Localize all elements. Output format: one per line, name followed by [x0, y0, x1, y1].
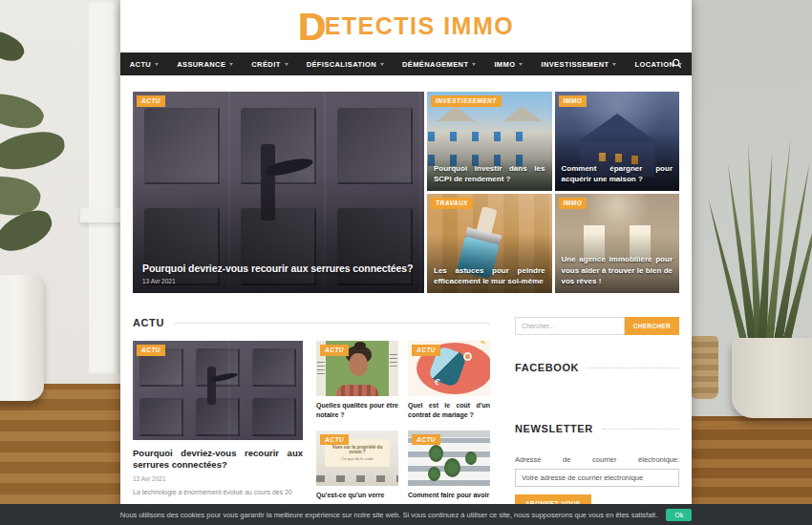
nav-item-label: CRÉDIT [251, 60, 280, 69]
article-title[interactable]: Pourquoi devriez-vous recourir aux serru… [133, 448, 303, 471]
nav-item-label: ACTU [130, 60, 151, 69]
category-badge[interactable]: IMMO [559, 95, 588, 107]
search-button[interactable]: CHERCHER [625, 317, 679, 335]
window-trim [89, 0, 120, 374]
category-badge[interactable]: INVESTISSEMENT [431, 95, 502, 107]
chevron-down-icon [472, 63, 476, 66]
mini-card-notaire[interactable]: ACTU Quelles qualités pour être notaire … [316, 341, 398, 420]
article-date: 13 Avr 2021 [133, 475, 303, 482]
category-badge[interactable]: TRAVAUX [431, 198, 473, 209]
chevron-down-icon [612, 63, 616, 66]
widget-title: FACEBOOK [515, 362, 579, 373]
hero-section: ACTU Pourquoi devriez-vous recourir aux … [133, 92, 679, 293]
search-input[interactable] [515, 317, 625, 335]
cookie-ok-button[interactable]: Ok [666, 509, 692, 521]
hero-grid: INVESTISSEMENT Pourquoi investir dans le… [427, 92, 679, 293]
mini-card-mariage[interactable]: € ACTU Quel est le coût d'un contrat de … [408, 341, 490, 420]
article-title[interactable]: Quelles qualités pour être notaire ? [316, 401, 398, 420]
article-thumbnail: Vues sur la propriété du voisin ? Ce que… [316, 430, 398, 486]
nav-item-credit[interactable]: CRÉDIT [251, 60, 288, 69]
article-excerpt: La technologie a énormément évolué au co… [133, 488, 303, 498]
widget-title: NEWSLETTER [515, 423, 593, 434]
chevron-down-icon [380, 63, 384, 66]
nav-item-demenagement[interactable]: DÉMÉNAGEMENT [402, 60, 476, 69]
hero-featured-article[interactable]: ACTU Pourquoi devriez-vous recourir aux … [133, 92, 424, 293]
category-badge[interactable]: ACTU [412, 345, 440, 356]
nav-item-label: IMMO [494, 60, 515, 69]
cookie-text: Nous utilisons des cookies pour vous gar… [120, 511, 657, 519]
hero-caption: Pourquoi devriez-vous recourir aux serru… [133, 254, 424, 293]
widget-divider [588, 368, 679, 368]
article-title[interactable]: Les astuces pour peindre efficacement le… [427, 260, 552, 293]
nav-item-investissement[interactable]: INVESTISSEMENT [541, 60, 616, 69]
category-badge[interactable]: ACTU [137, 345, 165, 356]
article-thumbnail: € ACTU [408, 341, 490, 396]
nav-item-label: INVESTISSEMENT [541, 60, 609, 69]
mini-card-verre[interactable]: Vues sur la propriété du voisin ? Ce que… [316, 430, 398, 500]
article-thumbnail: ACTU [408, 430, 490, 486]
nav-item-immo[interactable]: IMMO [494, 60, 523, 69]
plant-pot-left [0, 275, 44, 401]
nav-item-assurance[interactable]: ASSURANCE [177, 60, 233, 69]
hero-card-scpi[interactable]: INVESTISSEMENT Pourquoi investir dans le… [427, 92, 552, 191]
chevron-down-icon [285, 63, 288, 66]
article-title[interactable]: Comment épargner pour acquérir une maiso… [555, 158, 680, 191]
widget-divider [603, 429, 679, 430]
section-head: ACTU [133, 317, 490, 328]
article-thumbnail: ACTU [133, 341, 303, 440]
sidebar: CHERCHER FACEBOOK NEWSLETTER Adresse de … [515, 317, 679, 513]
category-badge[interactable]: ACTU [412, 434, 440, 446]
content-area: ACTU ACTU Pourquoi devriez-vous recourir… [133, 317, 679, 513]
category-badge[interactable]: IMMO [559, 198, 588, 209]
article-title[interactable]: Quel est le coût d'un contrat de mariage… [408, 401, 490, 420]
hero-card-peinture[interactable]: TRAVAUX Les astuces pour peindre efficac… [427, 194, 552, 293]
note-text: Ce que dit le code [341, 456, 374, 461]
article-title[interactable]: Pourquoi investir dans les SCPI de rende… [427, 158, 552, 191]
note-text: Vues sur la propriété du voisin ? [327, 445, 387, 454]
article-title[interactable]: Une agence immobilière pour vous aider à… [555, 248, 680, 293]
plant-pot-right [732, 338, 812, 418]
woven-basket [690, 336, 718, 399]
logo-text: ETECTIS IMMO [325, 12, 515, 40]
window-sill [80, 208, 120, 222]
hero-card-epargne[interactable]: IMMO Comment épargner pour acquérir une … [555, 92, 680, 191]
site-logo[interactable]: D ETECTIS IMMO [298, 10, 514, 43]
nav-item-defiscalisation[interactable]: DÉFISCALISATION [307, 60, 384, 69]
article-thumbnail: ACTU [316, 341, 398, 396]
logo-initial: D [298, 10, 324, 43]
hero-card-agence[interactable]: IMMO Une agence immobilière pour vous ai… [555, 194, 680, 293]
main-nav: ACTU ASSURANCE CRÉDIT DÉFISCALISATION DÉ… [120, 52, 692, 75]
article-date: 13 Avr 2021 [142, 278, 415, 284]
chevron-down-icon [155, 63, 159, 66]
search-form: CHERCHER [515, 317, 679, 335]
article-title[interactable]: Comment faire pour avoir [408, 491, 490, 500]
main-column: ACTU ACTU Pourquoi devriez-vous recourir… [133, 317, 490, 513]
newsletter-email-field[interactable] [515, 469, 679, 487]
search-icon[interactable] [672, 58, 682, 69]
section-divider [174, 323, 490, 324]
articles-row: ACTU Pourquoi devriez-vous recourir aux … [133, 341, 490, 499]
article-image-door [133, 341, 303, 440]
site-header: D ETECTIS IMMO [120, 0, 692, 52]
category-badge[interactable]: ACTU [137, 95, 165, 107]
newsletter-label: Adresse de courrier électronique: [515, 455, 679, 464]
category-badge[interactable]: ACTU [320, 345, 349, 356]
section-title: ACTU [133, 317, 164, 328]
chevron-down-icon [229, 63, 233, 66]
cookie-banner: Nous utilisons des cookies pour vous gar… [0, 504, 812, 525]
nav-item-label: DÉFISCALISATION [307, 60, 376, 69]
mini-article-grid: ACTU Quelles qualités pour être notaire … [316, 341, 490, 499]
article-title[interactable]: Pourquoi devriez-vous recourir aux serru… [142, 262, 415, 274]
facebook-widget-head: FACEBOOK [515, 362, 679, 373]
site-container: D ETECTIS IMMO ACTU ASSURANCE CRÉDIT DÉF… [120, 0, 692, 525]
actu-featured-article[interactable]: ACTU Pourquoi devriez-vous recourir aux … [133, 341, 303, 499]
nav-item-actu[interactable]: ACTU [130, 60, 159, 69]
newsletter-widget-head: NEWSLETTER [515, 423, 679, 434]
nav-item-label: LOCATION [634, 60, 674, 69]
category-badge[interactable]: ACTU [320, 434, 349, 446]
nav-item-label: ASSURANCE [177, 60, 225, 69]
mini-card-comment[interactable]: ACTU Comment faire pour avoir [408, 430, 490, 500]
article-title[interactable]: Qu'est-ce qu'un verre [316, 491, 398, 500]
nav-item-label: DÉMÉNAGEMENT [402, 60, 468, 69]
chevron-down-icon [519, 63, 523, 66]
